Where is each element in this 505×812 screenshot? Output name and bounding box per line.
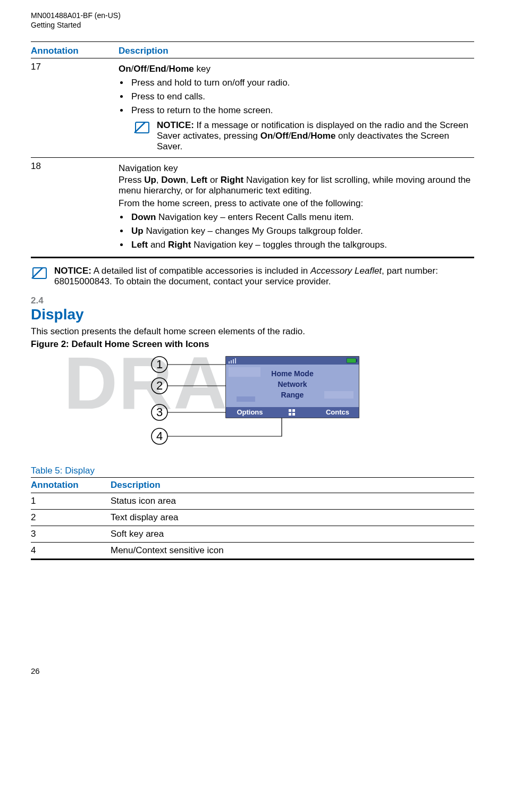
doc-id: MN001488A01-BF (en-US) [31, 11, 474, 20]
annotation-cell: 1 [31, 493, 111, 510]
notice-label: NOTICE: [54, 266, 91, 276]
notice-icon [31, 266, 49, 284]
svg-rect-14 [229, 361, 230, 363]
notice-pre: A detailed list of compatible accessorie… [91, 266, 310, 276]
label-right: Right [168, 240, 191, 250]
section-body: This section presents the default home s… [31, 326, 474, 337]
description-cell: Status icon area [111, 493, 474, 510]
svg-rect-16 [233, 359, 234, 363]
description-cell: Menu/Context sensitive icon [111, 543, 474, 560]
figure-caption: Figure 2: Default Home Screen with Icons [31, 339, 474, 350]
label-down: Down [161, 175, 186, 185]
label-up: Up [144, 175, 156, 185]
svg-rect-13 [226, 357, 359, 365]
table-row: 18 Navigation key Press Up, Down, Left o… [31, 158, 474, 258]
th-description: Description [119, 44, 474, 58]
label-off: Off [133, 64, 147, 74]
softkey-right: Contcs [326, 408, 349, 416]
annotation-cell: 4 [31, 543, 111, 560]
li-suffix: Navigation key – enters Recent Calls men… [156, 212, 354, 222]
svg-rect-19 [356, 359, 357, 362]
annotation-table: Annotation Description 17 On/Off/End/Hom… [31, 44, 474, 258]
li-suffix: Navigation key – toggles through the tal… [191, 240, 387, 250]
battery-icon [347, 358, 357, 363]
callout-2: 2 [156, 379, 163, 392]
label-on: On [260, 131, 273, 141]
label-left: Left [131, 240, 148, 250]
svg-rect-28 [292, 413, 295, 416]
svg-rect-17 [235, 358, 236, 363]
list-item: Left and Right Navigation key – toggles … [129, 240, 474, 250]
key-title: On/Off/End/Home key [119, 64, 474, 74]
list-item: Up Navigation key – changes My Groups ta… [129, 226, 474, 236]
table-row: 3 Soft key area [31, 526, 474, 543]
notice-text: NOTICE: If a message or notification is … [157, 120, 474, 152]
svg-rect-0 [136, 122, 149, 133]
label-home: Home [310, 131, 335, 141]
notice-label: NOTICE: [157, 120, 194, 130]
callout-1: 1 [156, 358, 163, 371]
page-header: MN001488A01-BF (en-US) Getting Started [31, 11, 474, 30]
notice-em: Accessory Leaflet [310, 266, 382, 276]
svg-rect-25 [289, 409, 291, 412]
bullet-list: Down Navigation key – enters Recent Call… [129, 212, 474, 250]
label-end: End [291, 131, 308, 141]
notice-icon [133, 120, 152, 139]
table-row: 2 Text display area [31, 510, 474, 526]
table-caption: Table 5: Display [31, 466, 474, 476]
figure: 1 2 3 4 [31, 354, 474, 455]
divider [31, 41, 474, 42]
table-row: 4 Menu/Context sensitive icon [31, 543, 474, 560]
svg-rect-21 [229, 367, 260, 377]
label-left: Left [191, 175, 207, 185]
description-cell: Navigation key Press Up, Down, Left or R… [119, 158, 474, 258]
nav-line: Press Up, Down, Left or Right Navigation… [119, 175, 474, 196]
callout-3: 3 [156, 405, 163, 419]
bullet-list: Press and hold to turn on/off your radio… [129, 78, 474, 116]
svg-rect-23 [237, 396, 255, 402]
standalone-notice: NOTICE: A detailed list of compatible ac… [31, 266, 474, 287]
nav-line2: From the home screen, press to activate … [119, 198, 474, 209]
svg-rect-18 [347, 358, 356, 363]
label-right: Right [221, 175, 243, 185]
label-home: Home [169, 64, 193, 74]
annotation-cell: 2 [31, 510, 111, 526]
label-off: Off [275, 131, 289, 141]
label-suffix: key [194, 64, 211, 74]
nav-title: Navigation key [119, 163, 474, 174]
th-annotation: Annotation [31, 44, 119, 58]
list-item: Press to return to the home screen. [129, 105, 474, 116]
svg-rect-27 [289, 413, 291, 416]
th-description: Description [111, 478, 474, 493]
label-up: Up [131, 226, 144, 236]
list-item: Press to end calls. [129, 91, 474, 102]
section-path: Getting Started [31, 20, 474, 30]
section-number: 2.4 [31, 295, 474, 306]
softkey-left: Options [237, 408, 263, 416]
list-item: Press and hold to turn on/off your radio… [129, 78, 474, 88]
svg-rect-2 [33, 268, 46, 278]
th-annotation: Annotation [31, 478, 111, 493]
annotation-cell: 18 [31, 158, 119, 258]
annotation-cell: 3 [31, 526, 111, 543]
svg-rect-15 [231, 360, 232, 363]
notice-block: NOTICE: If a message or notification is … [133, 120, 474, 152]
display-table: Annotation Description 1 Status icon are… [31, 477, 474, 560]
annotation-cell: 17 [31, 58, 119, 158]
page-number: 26 [31, 666, 474, 675]
list-item: Down Navigation key – enters Recent Call… [129, 212, 474, 223]
label-end: End [149, 64, 166, 74]
screen-line1: Home Mode [271, 369, 314, 378]
description-cell: Soft key area [111, 526, 474, 543]
svg-rect-26 [292, 409, 295, 412]
description-cell: On/Off/End/Home key Press and hold to tu… [119, 58, 474, 158]
section-title: Display [31, 306, 474, 323]
label-on: On [119, 64, 131, 74]
nav-press: Press [119, 175, 144, 185]
screen-line3: Range [281, 391, 304, 399]
callout-4: 4 [156, 429, 163, 443]
table-row: 17 On/Off/End/Home key Press and hold to… [31, 58, 474, 158]
label-down: Down [131, 212, 156, 222]
screen-line2: Network [277, 380, 307, 388]
svg-rect-22 [324, 391, 354, 399]
